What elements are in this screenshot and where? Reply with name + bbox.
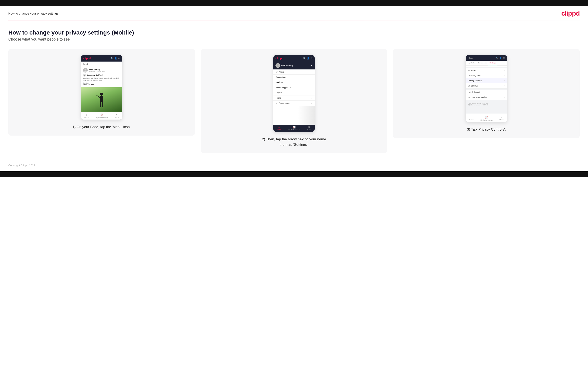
bottom-menu: ≡ Menu: [115, 114, 119, 118]
feed-user-row: Blair McHarg Yesterday · Sunningdale: [83, 68, 120, 73]
performance-icon-2: 📈: [293, 126, 296, 128]
svg-line-6: [96, 95, 100, 98]
chevron-right-dataintegrations: ›: [504, 75, 505, 76]
bottom-home-label-3: Home: [469, 119, 474, 121]
step-2-phone: clippd 🔍 👤 ⚙: [273, 55, 315, 132]
close-icon: ✕: [308, 126, 310, 128]
menu-spacer: [273, 106, 315, 125]
main-content: How to change your privacy settings (Mob…: [0, 21, 588, 157]
back-label: Back: [469, 57, 473, 59]
phone-3-nav: ‹ Back 🔍 👤 ⚙: [466, 55, 507, 61]
menu-item-connections: Connections: [273, 75, 315, 80]
myaccount-label: My Account: [468, 69, 477, 71]
menu-item-home: Home ▾: [273, 95, 315, 101]
menu-home-label: Home: [276, 97, 281, 99]
settings-list: My Account › Data Integrations › Privacy…: [466, 67, 507, 114]
settings-icon: ⚙: [118, 57, 120, 59]
helpsupport-label: Help & Support: [468, 91, 480, 93]
lesson-title: Lesson with Fordy: [87, 74, 104, 76]
version-client: Clippd Client Version: 2022.8.3-3: [468, 103, 505, 104]
step-2-card: clippd 🔍 👤 ⚙: [201, 49, 387, 153]
phone-3-bottom: ⌂ Home 📈 My Performance ≡ Menu: [466, 115, 507, 122]
lesson-icon: ▶: [83, 74, 86, 76]
bottom-home-2: ⌂ Home: [277, 126, 281, 131]
duration-label: Duration: [83, 82, 120, 84]
settings-item-serviceprivacy[interactable]: Service & Privacy Policy ↗: [466, 95, 507, 100]
page-heading: How to change your privacy settings (Mob…: [8, 29, 580, 36]
bottom-bar: [0, 171, 588, 177]
back-button: ‹ Back: [468, 57, 473, 59]
feed-username: Blair McHarg: [89, 69, 105, 71]
chevron-up-icon: ▲: [311, 65, 312, 67]
user-icon-3: 👤: [499, 57, 502, 59]
bottom-performance-3: 📈 My Performance: [480, 116, 493, 121]
phone-1-nav-icons: 🔍 👤 ⚙: [111, 57, 120, 59]
logo: clippd: [561, 9, 580, 17]
menu-icon: ≡: [116, 114, 117, 116]
menu-item-performance: My Performance ▾: [273, 101, 315, 106]
lesson-desc: Looking to feel like my hands are exitin…: [83, 77, 120, 82]
svg-rect-7: [100, 101, 101, 107]
svg-point-9: [277, 64, 279, 66]
header-title: How to change your privacy settings: [8, 12, 59, 15]
settings-icon-2: ⚙: [311, 57, 312, 59]
chevron-right-mygolfbag: ›: [504, 85, 505, 87]
settings-item-privacy[interactable]: Privacy Controls ›: [466, 78, 507, 83]
ext-icon-privacy: ↗: [503, 96, 505, 98]
svg-rect-8: [102, 101, 103, 107]
ext-icon-help: ↗: [503, 91, 505, 93]
bottom-performance-label: My Performance: [95, 117, 108, 118]
bottom-performance: 📈 My Performance: [95, 114, 108, 118]
home-icon: ⌂: [86, 114, 87, 116]
home-icon-3: ⌂: [471, 116, 472, 118]
svg-point-1: [84, 71, 87, 73]
step-1-phone: clippd 🔍 👤 ⚙ Feed: [81, 55, 122, 120]
page-subheading: Choose what you want people to see: [8, 37, 580, 42]
header: How to change your privacy settings clip…: [0, 6, 588, 17]
serviceprivacy-label: Service & Privacy Policy: [468, 96, 487, 98]
menu-avatar: [276, 63, 280, 68]
tab-connections[interactable]: Connections: [477, 61, 488, 65]
phone-1-feed-bar: Feed: [81, 62, 122, 66]
feed-sub: Yesterday · Sunningdale: [89, 71, 105, 72]
avatar: [83, 68, 88, 73]
mygolfbag-label: My Golf Bag: [468, 85, 478, 87]
phone-2-nav: clippd 🔍 👤 ⚙: [273, 55, 315, 62]
bottom-performance-label-2: My Performance: [288, 129, 300, 131]
golf-image: [81, 87, 122, 112]
top-bar: [0, 0, 588, 6]
bottom-home-label-2: Home: [277, 129, 281, 131]
tab-settings[interactable]: Settings: [488, 61, 497, 65]
svg-point-4: [100, 93, 103, 96]
bottom-home-3: ⌂ Home: [469, 116, 474, 121]
bottom-menu-label: Menu: [115, 117, 119, 118]
search-icon-3: 🔍: [496, 57, 498, 59]
phone-1-logo: clippd: [83, 57, 91, 60]
menu-user-row: Blair McHarg ▲: [273, 62, 315, 69]
bottom-performance-2: 📈 My Performance: [288, 126, 300, 131]
settings-item-myaccount[interactable]: My Account ›: [466, 68, 507, 73]
version-server: GQL Server Version: 2022.7.30-1: [468, 104, 505, 106]
settings-item-helpsupport[interactable]: Help & Support ↗: [466, 90, 507, 95]
settings-filler: [466, 107, 507, 114]
menu-item-help: Help & Support ↗: [273, 85, 315, 90]
bottom-home-label: Home: [84, 117, 89, 118]
menu-item-settings: Settings: [273, 80, 315, 85]
settings-item-mygolfbag[interactable]: My Golf Bag ›: [466, 83, 507, 89]
step-1-card: clippd 🔍 👤 ⚙ Feed: [8, 49, 195, 136]
bottom-menu-3: ≡ Menu: [500, 116, 504, 121]
chevron-left-icon: ‹: [468, 57, 468, 59]
bottom-menu-label-2: Menu: [307, 129, 311, 131]
step-3-caption: 3) Tap 'Privacy Controls'.: [467, 127, 506, 132]
settings-item-dataintegrations[interactable]: Data Integrations ›: [466, 73, 507, 78]
step-3-card: ‹ Back 🔍 👤 ⚙ My Profile Connections Sett…: [393, 49, 580, 138]
tab-myprofile[interactable]: My Profile: [467, 61, 477, 65]
menu-item-logout: Logout: [273, 90, 315, 95]
golfer-silhouette: [96, 92, 107, 112]
step-2-caption: 2) Then, tap the arrow next to your name…: [261, 137, 327, 147]
chevron-down-home: ▾: [311, 97, 312, 99]
menu-user-name: Blair McHarg: [281, 65, 293, 67]
phone-3-nav-icons: 🔍 👤 ⚙: [496, 57, 505, 59]
svg-point-10: [277, 66, 279, 67]
user-icon-2: 👤: [307, 57, 309, 59]
